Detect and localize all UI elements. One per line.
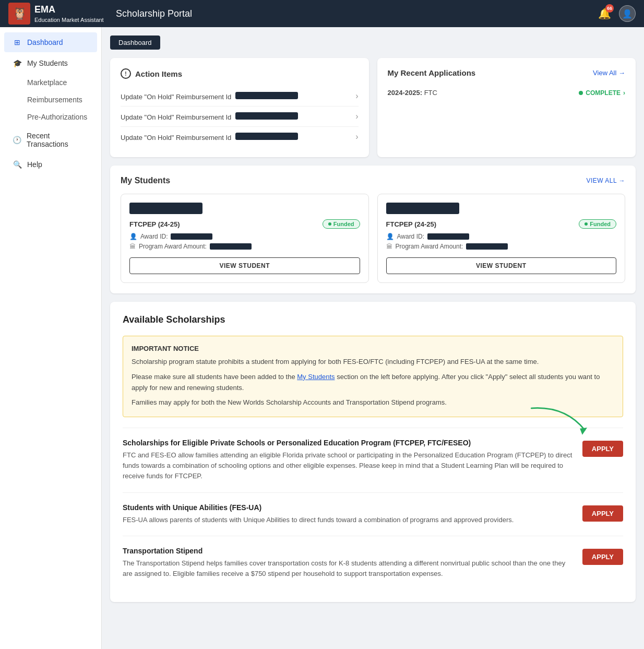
app-layout: ⊞ Dashboard 🎓 My Students Marketplace Re… <box>0 27 644 649</box>
scholarship-1-name: Scholarships for Eligible Private School… <box>123 439 574 447</box>
redacted-1 <box>235 92 298 99</box>
status-badge-complete: COMPLETE › <box>579 89 625 97</box>
award-id-redacted-1 <box>171 233 212 240</box>
notice-text-2: Please make sure all students have been … <box>132 372 614 394</box>
person-icon-1: 👤 <box>129 233 137 240</box>
scholarship-2-info: Students with Unique Abilities (FES-UA) … <box>123 503 574 525</box>
apply-button-1[interactable]: APPLY <box>582 441 623 457</box>
view-student-button-1[interactable]: VIEW STUDENT <box>129 257 360 274</box>
main-content: Dashboard ! Action Items Update "On Hold… <box>102 27 644 649</box>
logo-area: 🦉 EMA Education Market Assistant <box>8 3 108 25</box>
program-amount-redacted-2 <box>466 243 508 250</box>
award-icon-2: 🏛 <box>386 243 392 250</box>
action-items-icon: ! <box>121 68 131 79</box>
important-notice-box: IMPORTANT NOTICE Scholarship program sta… <box>123 336 623 417</box>
apply-button-2[interactable]: APPLY <box>582 505 623 522</box>
app-item-1[interactable]: 2024-2025: FTC COMPLETE › <box>388 85 626 101</box>
logo-text: EMA Education Market Assistant <box>34 4 104 23</box>
scholarship-3-desc: The Transportation Stipend helps familie… <box>123 558 574 579</box>
chevron-right-icon: › <box>355 91 358 101</box>
award-id-redacted-2 <box>427 233 469 240</box>
recent-apps-title: My Recent Applications <box>388 68 476 77</box>
students-section-title: My Students <box>121 176 170 185</box>
sidebar-label-marketplace: Marketplace <box>27 78 67 87</box>
breadcrumb: Dashboard <box>110 36 160 50</box>
sidebar-item-reimbursements[interactable]: Reimbursements <box>4 91 97 108</box>
dashboard-icon: ⊞ <box>13 38 22 47</box>
notice-text-1: Scholarship program statute prohibits a … <box>132 357 614 368</box>
action-item-1[interactable]: Update "On Hold" Reimbursement Id › <box>121 86 359 107</box>
action-items-title: ! Action Items <box>121 68 359 79</box>
student-1-award-id: 👤 Award ID: <box>129 233 360 240</box>
award-icon-1: 🏛 <box>129 243 136 250</box>
notice-text-3: Families may apply for both the New Worl… <box>132 397 614 408</box>
scholarship-item-1: Scholarships for Eligible Private School… <box>123 428 623 492</box>
student-2-program: FTCPEP (24-25) Funded <box>386 219 617 229</box>
funded-dot-1 <box>328 222 331 226</box>
student-card-2: FTCPEP (24-25) Funded 👤 Award ID: 🏛 Pr <box>377 194 626 283</box>
action-item-3[interactable]: Update "On Hold" Reimbursement Id › <box>121 127 359 147</box>
my-students-link[interactable]: My Students <box>297 373 335 381</box>
student-card-1: FTCPEP (24-25) Funded 👤 Award ID: 🏛 Pr <box>121 194 369 283</box>
action-item-2[interactable]: Update "On Hold" Reimbursement Id › <box>121 107 359 127</box>
sidebar-item-my-students[interactable]: 🎓 My Students <box>4 53 97 73</box>
student-2-program-name: FTCPEP (24-25) <box>386 220 437 228</box>
program-amount-redacted-1 <box>210 243 252 250</box>
sidebar-label-help: Help <box>27 160 42 169</box>
view-all-students-link[interactable]: VIEW ALL → <box>586 177 625 184</box>
student-1-program: FTCPEP (24-25) Funded <box>129 219 360 229</box>
view-all-applications-link[interactable]: View All → <box>593 69 625 77</box>
redacted-3 <box>235 133 298 140</box>
action-item-2-text: Update "On Hold" Reimbursement Id <box>121 112 298 121</box>
students-section-header: My Students VIEW ALL → <box>121 176 625 185</box>
redacted-2 <box>235 112 298 120</box>
scholarship-1-desc: FTC and FES-EO allow families attending … <box>123 450 574 481</box>
sidebar-item-help[interactable]: 🔍 Help <box>4 155 97 174</box>
svg-marker-0 <box>580 428 587 435</box>
person-icon-2: 👤 <box>386 233 394 240</box>
ema-logo: 🦉 <box>8 3 30 25</box>
help-icon: 🔍 <box>13 160 22 169</box>
notification-badge: 66 <box>605 4 614 13</box>
action-items-card: ! Action Items Update "On Hold" Reimburs… <box>110 58 369 157</box>
student-1-funded-badge: Funded <box>323 219 360 229</box>
sidebar-item-marketplace[interactable]: Marketplace <box>4 74 97 91</box>
sidebar-label-pre-authorizations: Pre-Authorizations <box>27 113 87 121</box>
page-title: Scholarship Portal <box>108 8 596 19</box>
notification-button[interactable]: 🔔 66 <box>596 5 613 22</box>
user-avatar-button[interactable]: 👤 <box>619 5 636 22</box>
owl-icon: 🦉 <box>13 7 27 20</box>
recent-applications-card: My Recent Applications View All → 2024-2… <box>377 58 636 157</box>
scholarship-1-info: Scholarships for Eligible Private School… <box>123 439 574 481</box>
sidebar-label-reimbursements: Reimbursements <box>27 96 82 104</box>
available-scholarships-section: Available Scholarships IMPORTANT NOTICE … <box>110 302 636 602</box>
sidebar-label-my-students: My Students <box>27 59 68 67</box>
page-header: Dashboard <box>110 36 636 50</box>
view-student-button-2[interactable]: VIEW STUDENT <box>386 257 617 274</box>
sidebar-label-recent-transactions: Recent Transactions <box>27 132 89 148</box>
scholarship-item-2: Students with Unique Abilities (FES-UA) … <box>123 492 623 536</box>
sidebar-item-dashboard[interactable]: ⊞ Dashboard <box>4 32 97 52</box>
cards-row: ! Action Items Update "On Hold" Reimburs… <box>110 58 636 157</box>
student-2-funded-badge: Funded <box>579 219 616 229</box>
students-icon: 🎓 <box>13 58 22 68</box>
action-item-1-text: Update "On Hold" Reimbursement Id <box>121 92 298 101</box>
scholarship-3-name: Transportation Stipend <box>123 547 574 555</box>
scholarships-title: Available Scholarships <box>123 314 623 325</box>
apply-button-3[interactable]: APPLY <box>582 549 623 565</box>
action-item-3-text: Update "On Hold" Reimbursement Id <box>121 133 298 141</box>
sidebar-item-recent-transactions[interactable]: 🕐 Recent Transactions <box>4 126 97 154</box>
chevron-right-app: › <box>623 89 625 97</box>
scholarship-item-3: Transportation Stipend The Transportatio… <box>123 536 623 589</box>
nav-actions: 🔔 66 👤 <box>596 5 636 22</box>
app-item-year: 2024-2025: FTC <box>388 89 437 97</box>
sidebar-item-pre-authorizations[interactable]: Pre-Authorizations <box>4 109 97 125</box>
sidebar: ⊞ Dashboard 🎓 My Students Marketplace Re… <box>0 27 102 649</box>
recent-transactions-icon: 🕐 <box>13 135 21 145</box>
top-navigation: 🦉 EMA Education Market Assistant Scholar… <box>0 0 644 27</box>
student-1-program-name: FTCPEP (24-25) <box>129 220 180 228</box>
student-2-name-redacted <box>386 203 459 214</box>
chevron-right-icon-2: › <box>355 112 358 121</box>
scholarship-2-name: Students with Unique Abilities (FES-UA) <box>123 503 574 512</box>
recent-apps-header: My Recent Applications View All → <box>388 68 626 77</box>
